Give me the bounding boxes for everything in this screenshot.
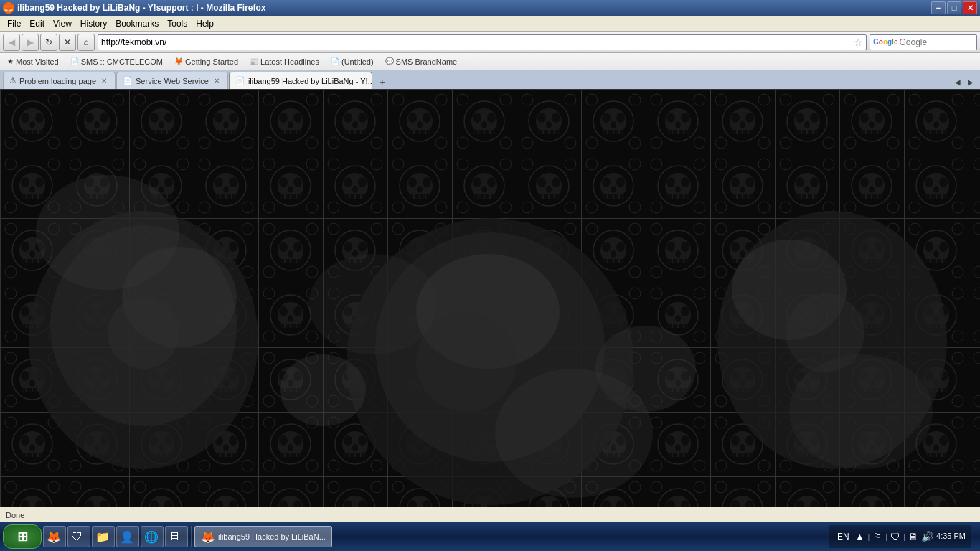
bookmark-label: (Untitled) — [341, 57, 374, 66]
title-bar: 🦊 ilibang59 Hacked by LiLiBaNg - Y!suppo… — [0, 0, 980, 16]
svg-point-29 — [36, 175, 179, 290]
new-tab-button[interactable]: + — [374, 75, 390, 89]
stop-button[interactable]: ✕ — [59, 34, 76, 51]
arrows-tray-icon[interactable]: ▲ — [855, 531, 865, 542]
menu-edit[interactable]: Edit — [25, 17, 49, 30]
taskbar-separator — [191, 526, 192, 547]
monitor-tray-icon[interactable]: 🖥 — [908, 531, 918, 542]
menu-view[interactable]: View — [49, 17, 76, 30]
sms-cmc-icon: 📄 — [70, 57, 79, 65]
untitled-icon: 📄 — [331, 57, 339, 65]
svg-point-35 — [786, 293, 864, 372]
bookmark-most-visited[interactable]: ★ Most Visited — [3, 56, 63, 67]
flag-tray-icon[interactable]: 🏳 — [872, 531, 882, 542]
bookmark-untitled[interactable]: 📄 (Untitled) — [326, 56, 378, 67]
address-bar-container[interactable]: ☆ — [98, 34, 867, 50]
tray-separator: | — [867, 532, 870, 541]
svg-point-34 — [416, 311, 517, 412]
quicklaunch-user[interactable]: 👤 — [116, 526, 139, 547]
volume-tray-icon[interactable]: 🔊 — [921, 531, 933, 542]
menu-history[interactable]: History — [76, 17, 111, 30]
nav-bar: ◀ ▶ ↻ ✕ ⌂ ☆ Google 🔍 — [0, 32, 980, 53]
minimize-button[interactable]: − — [931, 1, 946, 14]
status-text: Done — [6, 511, 24, 519]
tab-scroll-left[interactable]: ◀ — [951, 75, 964, 89]
bookmark-getting-started[interactable]: 🦊 Getting Started — [170, 56, 242, 67]
bookmark-star-icon[interactable]: ☆ — [854, 37, 863, 48]
bookmarks-bar: ★ Most Visited 📄 SMS :: CMCTELECOM 🦊 Get… — [0, 53, 980, 70]
shield-taskbar-icon: 🛡 — [71, 530, 83, 543]
menu-file[interactable]: File — [3, 17, 25, 30]
title-bar-left: 🦊 ilibang59 Hacked by LiLiBaNg - Y!suppo… — [3, 2, 266, 14]
quicklaunch-network[interactable]: 🌐 — [141, 526, 164, 547]
tab-label: ilibang59 Hacked by LiLiBaNg - Y!... — [248, 77, 372, 85]
tray-separator2: | — [885, 532, 887, 541]
bookmark-sms-cmctelecom[interactable]: 📄 SMS :: CMCTELECOM — [66, 56, 167, 67]
forward-button[interactable]: ▶ — [22, 34, 39, 51]
sms-brand-icon: 💬 — [385, 57, 394, 65]
most-visited-icon: ★ — [7, 57, 14, 65]
clock-time: 4:35 PM — [936, 531, 966, 542]
svg-point-24 — [280, 354, 366, 426]
network-taskbar-icon: 🌐 — [144, 530, 159, 544]
reload-button[interactable]: ↻ — [40, 34, 57, 51]
quicklaunch-shield[interactable]: 🛡 — [67, 526, 90, 547]
quicklaunch-folder[interactable]: 📁 — [92, 526, 115, 547]
svg-point-31 — [495, 369, 653, 498]
tab-service-web-service[interactable]: 📄 Service Web Service ✕ — [116, 72, 228, 89]
tab-favicon: 📄 — [123, 76, 133, 85]
bookmark-latest-headlines[interactable]: 📰 Latest Headlines — [245, 56, 324, 67]
maximize-button[interactable]: □ — [947, 1, 961, 14]
tabs-bar: ⚠ Problem loading page ✕ 📄 Service Web S… — [0, 70, 980, 89]
bookmark-label: SMS :: CMCTELECOM — [81, 57, 163, 66]
close-button[interactable]: ✕ — [963, 1, 977, 14]
bookmark-label: Latest Headlines — [260, 57, 319, 66]
taskbar-firefox-active[interactable]: 🦊 ilibang59 Hacked by LiLiBaN... — [194, 526, 332, 547]
tab-close-button[interactable]: ✕ — [99, 76, 109, 86]
tab-favicon: 📄 — [235, 76, 245, 85]
google-logo: Google — [873, 38, 897, 46]
quicklaunch-monitor[interactable]: 🖥 — [165, 526, 188, 547]
firefox-taskbar-icon: 🦊 — [47, 530, 61, 544]
bookmark-label: SMS BrandName — [396, 57, 458, 66]
quicklaunch-firefox[interactable]: 🦊 — [43, 526, 66, 547]
tab-label: Service Web Service — [136, 77, 209, 85]
firefox-active-icon: 🦊 — [201, 530, 215, 544]
menu-tools[interactable]: Tools — [163, 17, 192, 30]
taskbar-app-label: ilibang59 Hacked by LiLiBaN... — [218, 532, 326, 541]
search-input[interactable] — [899, 37, 980, 47]
svg-point-32 — [789, 354, 933, 469]
user-taskbar-icon: 👤 — [120, 530, 134, 544]
folder-taskbar-icon: 📁 — [95, 530, 110, 544]
svg-point-30 — [308, 254, 438, 354]
system-tray: EN ▲ | 🏳 | 🛡 | 🖥 🔊 4:35 PM — [829, 525, 971, 548]
status-bar: Done — [0, 507, 980, 522]
bookmark-sms-brandname[interactable]: 💬 SMS BrandName — [381, 56, 462, 67]
search-container: Google 🔍 — [870, 34, 977, 50]
tab-problem-loading[interactable]: ⚠ Problem loading page ✕ — [3, 72, 116, 89]
shield-tray-icon[interactable]: 🛡 — [890, 531, 900, 542]
tray-separator3: | — [903, 532, 905, 541]
taskbar: ⊞ 🦊 🛡 📁 👤 🌐 🖥 🦊 ilibang59 Hacked by LiLi… — [0, 522, 980, 551]
content-area — [0, 89, 980, 507]
language-indicator[interactable]: EN — [834, 530, 852, 543]
hacked-background — [0, 89, 980, 507]
home-button[interactable]: ⌂ — [77, 34, 95, 51]
tabs-scroll: ◀ ▶ — [951, 75, 980, 89]
menu-bookmarks[interactable]: Bookmarks — [111, 17, 163, 30]
back-button[interactable]: ◀ — [3, 34, 20, 51]
menu-help[interactable]: Help — [192, 17, 218, 30]
firefox-icon: 🦊 — [3, 2, 14, 14]
headlines-icon: 📰 — [250, 57, 258, 65]
start-button[interactable]: ⊞ — [3, 524, 42, 549]
taskbar-right: EN ▲ | 🏳 | 🛡 | 🖥 🔊 4:35 PM — [829, 525, 977, 548]
tab-hacked[interactable]: 📄 ilibang59 Hacked by LiLiBaNg - Y!... ✕ — [229, 72, 372, 89]
warning-icon: ⚠ — [9, 76, 17, 85]
getting-started-icon: 🦊 — [174, 57, 183, 65]
tab-label: Problem loading page — [19, 77, 96, 85]
window-title: ilibang59 Hacked by LiLiBaNg - Y!support… — [17, 3, 266, 13]
tab-close-button[interactable]: ✕ — [212, 76, 222, 86]
tab-scroll-right[interactable]: ▶ — [964, 75, 977, 89]
system-clock: 4:35 PM — [936, 531, 966, 542]
address-input[interactable] — [101, 37, 852, 47]
